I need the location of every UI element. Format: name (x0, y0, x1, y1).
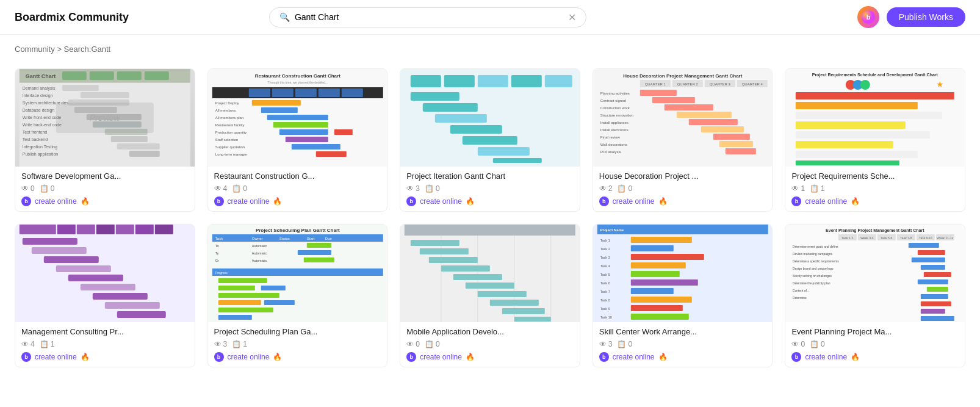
svg-rect-182 (631, 271, 680, 277)
fire-icon-7: 🔥 (273, 353, 282, 361)
svg-text:Determine: Determine (793, 296, 807, 300)
card-views-4: 👁 2 (599, 184, 613, 193)
svg-rect-155 (218, 300, 261, 305)
svg-text:Planning activities: Planning activities (600, 92, 630, 95)
card-views-1: 👁 0 (21, 184, 35, 193)
card-views-3: 👁 3 (406, 184, 420, 193)
search-input[interactable] (295, 12, 563, 22)
card-thumb-5: Project Requirements Schedule and Develo… (785, 69, 965, 167)
svg-text:House Decoration Project Manag: House Decoration Project Management Gant… (623, 73, 742, 79)
card-meta-2: 👁 4 📋 0 (214, 184, 381, 193)
svg-rect-173 (502, 308, 545, 314)
svg-rect-187 (631, 314, 689, 320)
svg-text:Automatic: Automatic (251, 244, 267, 248)
card-7[interactable]: Project Scheduling Plan Gantt Chart Task… (207, 224, 388, 367)
svg-text:Automatic: Automatic (251, 259, 267, 262)
create-online-8: create online (420, 353, 462, 361)
card-footer-10: b create online 🔥 (785, 352, 965, 367)
search-icon: 🔍 (279, 12, 290, 22)
svg-text:Design brand and unique logo: Design brand and unique logo (793, 267, 834, 270)
svg-rect-148 (303, 258, 334, 262)
svg-text:Owner: Owner (251, 237, 262, 240)
card-info-8: Mobile Application Develo... 👁 0 📋 0 (400, 322, 580, 352)
header-right: b Publish Works (857, 6, 965, 28)
svg-rect-120 (135, 225, 154, 234)
svg-text:Task 9-10: Task 9-10 (919, 236, 932, 240)
card-info-4: House Decoration Project ... 👁 2 📋 0 (593, 167, 773, 196)
svg-rect-151 (218, 278, 267, 283)
card-3[interactable]: Project Iteration Gantt Chart 👁 3 📋 0 b … (400, 68, 580, 212)
card-views-2: 👁 4 (214, 184, 228, 193)
search-bar[interactable]: 🔍 ✕ (269, 7, 586, 27)
card-footer-5: b create online 🔥 (785, 196, 965, 211)
svg-rect-142 (306, 243, 331, 248)
svg-rect-106 (796, 92, 954, 99)
svg-rect-5 (62, 71, 87, 80)
publish-button[interactable]: Publish Works (887, 7, 965, 27)
card-title-5: Project Requirements Sche... (791, 171, 959, 181)
svg-rect-37 (272, 88, 293, 97)
card-title-4: House Decoration Project ... (599, 171, 766, 181)
svg-text:Task 4: Task 4 (600, 264, 610, 268)
svg-rect-93 (701, 126, 744, 132)
svg-rect-36 (248, 88, 270, 97)
svg-text:QUARTER 3: QUARTER 3 (709, 82, 730, 86)
svg-rect-167 (429, 257, 478, 263)
clear-icon[interactable]: ✕ (568, 12, 576, 23)
svg-text:Task 5-6: Task 5-6 (881, 236, 893, 240)
svg-text:b: b (866, 13, 870, 21)
svg-rect-154 (218, 293, 279, 298)
card-info-2: Restaurant Construction G... 👁 4 📋 0 (208, 167, 387, 196)
svg-text:Through this time, we planned : Through this time, we planned the detail… (267, 81, 327, 84)
svg-rect-186 (631, 305, 683, 311)
svg-rect-127 (81, 284, 135, 290)
card-thumb-8 (400, 225, 580, 322)
svg-rect-67 (435, 114, 487, 123)
svg-rect-145 (297, 250, 331, 255)
svg-text:QUARTER 2: QUARTER 2 (677, 82, 698, 86)
card-info-9: Skill Center Work Arrange... 👁 3 📋 0 (593, 322, 773, 352)
card-1[interactable]: Gantt Chart Demand analysis Interface de… (15, 68, 195, 212)
brand-logo-1: b (21, 196, 31, 206)
avatar[interactable]: b (857, 6, 879, 28)
svg-text:Test frontend: Test frontend (23, 130, 48, 134)
fire-icon-10: 🔥 (851, 353, 860, 361)
svg-rect-115 (20, 225, 56, 234)
svg-text:Event Planning Project Managem: Event Planning Project Management Gantt … (826, 228, 924, 233)
card-footer-1: b create online 🔥 (15, 196, 195, 211)
svg-rect-119 (116, 225, 134, 234)
svg-text:Task 10: Task 10 (600, 315, 612, 319)
svg-text:Week 11-12: Week 11-12 (937, 236, 954, 240)
svg-rect-110 (796, 131, 930, 139)
card-2[interactable]: Restaurant Construction Gantt Chart Thro… (207, 68, 388, 212)
brand-logo-2: b (214, 196, 224, 206)
card-title-10: Event Planning Project Ma... (791, 327, 959, 336)
breadcrumb-community[interactable]: Community (15, 45, 55, 54)
card-copies-5: 📋 1 (810, 184, 825, 193)
card-8[interactable]: Mobile Application Develo... 👁 0 📋 0 b c… (400, 224, 580, 367)
svg-text:Due: Due (325, 237, 332, 240)
card-4[interactable]: House Decoration Project Management Gant… (593, 68, 773, 212)
card-5[interactable]: Project Requirements Schedule and Develo… (785, 68, 965, 212)
svg-rect-63 (511, 75, 542, 87)
svg-rect-40 (341, 88, 362, 97)
card-meta-4: 👁 2 📋 0 (599, 184, 766, 193)
svg-rect-228 (921, 301, 951, 306)
svg-rect-219 (921, 265, 945, 270)
svg-text:Determine event goals and defi: Determine event goals and define (793, 245, 838, 248)
card-info-1: Software Development Ga... 👁 0 📋 0 (15, 167, 195, 196)
card-9[interactable]: Project Name Task 1 Task 2 Task 3 Task 4… (593, 224, 773, 367)
svg-rect-181 (631, 262, 686, 268)
card-10[interactable]: Event Planning Project Management Gantt … (785, 224, 965, 367)
svg-text:Write front-end code: Write front-end code (23, 115, 61, 120)
brand-logo-3: b (406, 196, 416, 206)
create-online-9: create online (613, 353, 655, 361)
card-thumb-1: Gantt Chart Demand analysis Interface de… (15, 69, 195, 167)
svg-rect-99 (726, 148, 756, 154)
svg-text:Week 3-4: Week 3-4 (861, 236, 874, 240)
card-6[interactable]: Management Consulting Pr... 👁 4 📋 1 b cr… (15, 224, 195, 367)
svg-rect-149 (212, 268, 383, 276)
svg-rect-152 (218, 286, 254, 290)
card-copies-7: 📋 1 (232, 340, 247, 348)
svg-text:Start: Start (306, 237, 314, 240)
